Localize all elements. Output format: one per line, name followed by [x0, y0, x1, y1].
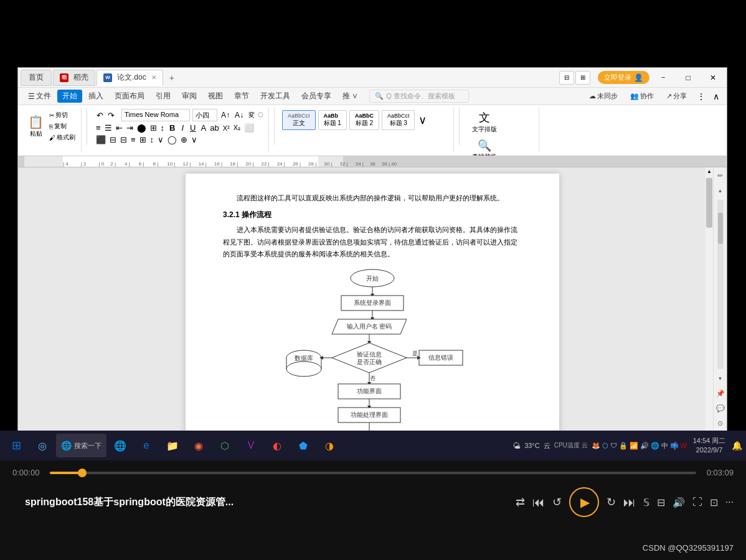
- superscript-btn[interactable]: X²: [222, 124, 231, 133]
- tab-home[interactable]: 首页: [21, 70, 52, 86]
- collab-btn[interactable]: 👥协作: [625, 90, 659, 102]
- view-mode-grid[interactable]: ⊞: [575, 71, 590, 85]
- font-size-down[interactable]: A↓: [234, 110, 245, 120]
- volume-btn[interactable]: 🔊: [673, 497, 685, 508]
- menu-recommend[interactable]: 推 ∨: [338, 90, 363, 103]
- expand-menu-icon[interactable]: ∧: [711, 91, 722, 101]
- login-button[interactable]: 立即登录 👤: [598, 71, 649, 84]
- menu-file[interactable]: ☰ 文件: [23, 90, 56, 103]
- font-color-btn[interactable]: A: [200, 123, 208, 133]
- taskbar-item-app2[interactable]: ⬡: [212, 433, 237, 458]
- tray-icon7[interactable]: 🌐: [651, 442, 659, 450]
- more-btn[interactable]: ···: [725, 497, 734, 508]
- taskbar-item-app5[interactable]: ⬟: [291, 433, 316, 458]
- taskbar-item-app4[interactable]: ◐: [265, 433, 290, 458]
- tray-icon10[interactable]: W: [681, 442, 687, 449]
- tab-doc[interactable]: W 论文.doc ✕: [97, 70, 163, 86]
- search-box[interactable]: 🔍 Q 查找命令、搜索模板: [369, 90, 469, 103]
- font-size-select[interactable]: 小四: [192, 109, 217, 121]
- paste-btn[interactable]: 📋 粘贴: [26, 113, 46, 139]
- add-tab-btn[interactable]: +: [164, 70, 179, 85]
- border-btn[interactable]: ⬜: [243, 123, 255, 133]
- copy-btn[interactable]: ⎘ 复制: [47, 121, 77, 131]
- redo-btn[interactable]: ↷: [106, 110, 116, 121]
- underline-btn[interactable]: U: [187, 123, 198, 133]
- taskbar-item-ie[interactable]: 🌐: [108, 433, 133, 458]
- tray-icon1[interactable]: 🦊: [592, 442, 600, 450]
- screen-icon-btn[interactable]: ⊟: [657, 497, 665, 508]
- taskbar-item-app3[interactable]: V: [238, 433, 263, 458]
- align-center2[interactable]: ⊟: [108, 134, 118, 145]
- scroll-up-icon[interactable]: ▲: [715, 185, 726, 196]
- prev-btn[interactable]: ⏮: [532, 495, 545, 510]
- font-arrange-btn[interactable]: 文 文字排版: [467, 108, 502, 136]
- clock[interactable]: 14:54 周二 2022/9/7: [691, 436, 728, 455]
- menu-reference[interactable]: 引用: [151, 90, 176, 103]
- share-btn[interactable]: ↗分享: [661, 90, 692, 102]
- close-tab-icon[interactable]: ✕: [151, 74, 156, 81]
- change-case-btn[interactable]: 変: [247, 110, 256, 120]
- styles-more-btn[interactable]: ∨: [417, 113, 428, 127]
- align-left2[interactable]: ⬛: [95, 134, 107, 145]
- play-button[interactable]: ▶: [569, 487, 599, 517]
- align-right[interactable]: ⊟: [119, 134, 128, 145]
- minimize-btn[interactable]: －: [652, 69, 674, 86]
- tray-icon2[interactable]: ⬡: [602, 442, 608, 450]
- tray-icon6[interactable]: 🔊: [640, 442, 649, 450]
- expand2-btn[interactable]: ⊡: [710, 497, 718, 508]
- sidebar-annotation-icon[interactable]: 📌: [715, 388, 726, 399]
- style-title1-preview[interactable]: AaBb 标题 1: [318, 110, 347, 130]
- taskbar-item-app1[interactable]: ◉: [186, 433, 211, 458]
- cortana-btn[interactable]: ◎: [30, 433, 55, 458]
- unsync-btn[interactable]: ☁未同步: [584, 90, 623, 102]
- highlight-btn[interactable]: ab: [209, 123, 220, 133]
- close-btn[interactable]: ✕: [702, 69, 724, 86]
- menu-devtools[interactable]: 开发工具: [255, 90, 295, 103]
- tab-wps[interactable]: 稻 稻壳: [53, 70, 95, 86]
- taskbar-item-edge[interactable]: e: [134, 433, 159, 458]
- tray-icon4[interactable]: 🔒: [619, 442, 628, 450]
- menu-layout[interactable]: 页面布局: [110, 90, 149, 103]
- tray-icon5[interactable]: 📶: [630, 442, 638, 450]
- menu-chapter[interactable]: 章节: [229, 90, 254, 103]
- menu-view[interactable]: 视图: [203, 90, 228, 103]
- expand-btn[interactable]: ⛶: [692, 497, 702, 508]
- more-para[interactable]: ∨: [190, 134, 199, 145]
- tray-icon3[interactable]: 🛡: [610, 442, 617, 449]
- bold-btn[interactable]: B: [167, 123, 177, 133]
- no-subtitle-btn[interactable]: 𝕊: [643, 497, 649, 508]
- italic-btn[interactable]: I: [179, 123, 186, 133]
- taskbar-item-folder[interactable]: 📁: [160, 433, 185, 458]
- line-spacing[interactable]: ↕: [159, 123, 166, 133]
- sidebar-comment-icon[interactable]: 💬: [715, 403, 726, 414]
- format-brush-btn[interactable]: 🖌 格式刷: [47, 133, 77, 142]
- progress-thumb[interactable]: [78, 469, 87, 477]
- rewind-btn[interactable]: ↺: [552, 495, 562, 509]
- align-left[interactable]: ⬤: [136, 123, 148, 133]
- font-family-select[interactable]: Times New Roma: [121, 109, 190, 121]
- align-justify[interactable]: ≡: [130, 134, 137, 145]
- doc-scroll-thumb[interactable]: [706, 178, 712, 228]
- undo-btn[interactable]: ↶: [95, 110, 105, 121]
- taskbar-item-app6[interactable]: ◑: [317, 433, 342, 458]
- progress-track[interactable]: [50, 472, 696, 474]
- next-btn[interactable]: ⏭: [623, 495, 636, 510]
- menu-start[interactable]: 开始: [57, 90, 82, 103]
- subscript-btn[interactable]: X₂: [232, 123, 242, 133]
- find-replace-btn[interactable]: 🔍 查找替换: [467, 136, 502, 156]
- scroll-thumb[interactable]: [718, 213, 723, 244]
- more-menu-icon[interactable]: ⋮: [694, 91, 708, 101]
- style-normal-preview[interactable]: AaBbCcI 正文: [282, 110, 316, 130]
- para-spacing[interactable]: ↕: [149, 134, 156, 145]
- cut-btn[interactable]: ✂ 剪切: [47, 110, 77, 120]
- shape-btn[interactable]: ◯: [166, 134, 178, 145]
- view-mode-single[interactable]: ⊟: [559, 71, 574, 85]
- style-title3-preview[interactable]: AaBbCcI 标题 3: [382, 110, 415, 130]
- indent-increase[interactable]: ⇥: [125, 123, 135, 133]
- scroll-down-icon[interactable]: ▼: [715, 373, 726, 384]
- menu-insert[interactable]: 插入: [83, 90, 108, 103]
- list-ordered[interactable]: ☰: [103, 123, 113, 133]
- forward-btn[interactable]: ↻: [607, 495, 616, 509]
- more-list[interactable]: ∨: [156, 134, 165, 145]
- special-char-btn[interactable]: ⊕: [179, 134, 189, 145]
